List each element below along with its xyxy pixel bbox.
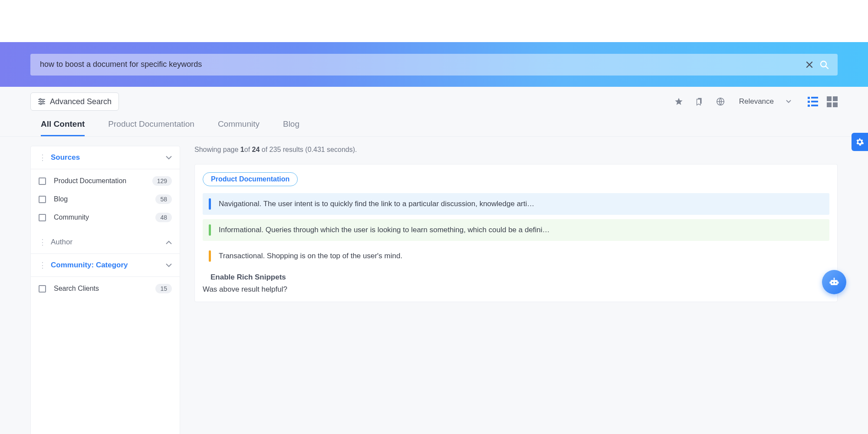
sort-label: Relevance xyxy=(739,97,774,106)
grid-view-icon[interactable] xyxy=(827,96,838,107)
accent-bar xyxy=(209,224,211,236)
facet-title: Author xyxy=(51,238,166,247)
svg-line-1 xyxy=(826,66,829,69)
globe-icon[interactable] xyxy=(713,94,728,109)
search-input[interactable] xyxy=(40,60,802,69)
settings-float-button[interactable] xyxy=(852,133,868,151)
checkbox[interactable] xyxy=(39,214,46,221)
checkbox[interactable] xyxy=(39,196,46,203)
facet-item-label: Search Clients xyxy=(54,285,155,293)
svg-rect-15 xyxy=(838,282,838,284)
enable-rich-snippets-link[interactable]: Enable Rich Snippets xyxy=(210,273,829,282)
search-band xyxy=(0,42,868,87)
snippet-text: Informational. Queries through which the… xyxy=(219,226,550,234)
facet-item[interactable]: Product Documentation 129 xyxy=(31,172,180,190)
results-summary: Showing page 1of 24 of 235 results (0.43… xyxy=(194,146,838,154)
results-area: Showing page 1of 24 of 235 results (0.43… xyxy=(194,146,838,434)
svg-point-3 xyxy=(39,99,41,100)
facet-author[interactable]: ⋮ Author xyxy=(31,231,180,254)
search-box xyxy=(30,54,838,76)
drag-icon: ⋮ xyxy=(39,263,46,267)
svg-point-7 xyxy=(40,103,42,105)
tab-product-docs[interactable]: Product Documentation xyxy=(108,119,194,136)
tab-community[interactable]: Community xyxy=(218,119,260,136)
svg-rect-9 xyxy=(831,280,838,285)
facet-community-category[interactable]: ⋮ Community: Category xyxy=(31,254,180,277)
drag-icon: ⋮ xyxy=(39,240,46,244)
content-tabs: All Content Product Documentation Commun… xyxy=(30,119,838,136)
tab-all-content[interactable]: All Content xyxy=(41,119,85,136)
snippet-text: Navigational. The user intent is to quic… xyxy=(219,200,534,208)
chevron-down-icon xyxy=(166,263,172,267)
source-chip[interactable]: Product Documentation xyxy=(203,172,298,186)
facet-item-label: Blog xyxy=(54,195,155,203)
snippet-navigational[interactable]: Navigational. The user intent is to quic… xyxy=(203,193,829,215)
tab-blog[interactable]: Blog xyxy=(283,119,299,136)
svg-point-11 xyxy=(835,282,837,283)
advanced-search-button[interactable]: Advanced Search xyxy=(30,92,119,111)
facet-item-count: 15 xyxy=(155,284,172,293)
snippet-text: Transactional. Shopping is on the top of… xyxy=(219,252,402,260)
gear-icon xyxy=(855,137,865,147)
helpful-prompt: Was above result helpful? xyxy=(203,285,829,294)
facet-item-label: Community xyxy=(54,214,155,221)
accent-bar xyxy=(209,250,211,262)
svg-rect-14 xyxy=(830,282,831,284)
sort-dropdown[interactable]: Relevance xyxy=(739,97,791,106)
facet-title: Sources xyxy=(51,153,166,162)
star-icon[interactable] xyxy=(671,94,686,109)
facet-item-label: Product Documentation xyxy=(54,177,152,185)
sliders-icon xyxy=(38,98,46,105)
facet-item[interactable]: Search Clients 15 xyxy=(31,279,180,298)
advanced-search-label: Advanced Search xyxy=(50,97,112,106)
chatbot-button[interactable] xyxy=(822,270,846,294)
svg-point-5 xyxy=(42,101,44,102)
svg-point-13 xyxy=(834,278,835,279)
snippet-transactional[interactable]: Transactional. Shopping is on the top of… xyxy=(203,245,829,267)
facet-sources[interactable]: ⋮ Sources xyxy=(31,146,180,169)
facet-item-count: 129 xyxy=(152,176,172,186)
facet-item[interactable]: Community 48 xyxy=(31,208,180,227)
bookmarks-icon[interactable] xyxy=(692,94,707,109)
drag-icon: ⋮ xyxy=(39,155,46,160)
facet-sidebar: ⋮ Sources Product Documentation 129 Blog… xyxy=(30,146,180,434)
facet-item-count: 48 xyxy=(155,213,172,222)
chevron-down-icon xyxy=(786,100,791,103)
list-view-icon[interactable] xyxy=(808,97,818,107)
svg-point-10 xyxy=(832,282,834,283)
checkbox[interactable] xyxy=(39,178,46,185)
search-icon[interactable] xyxy=(817,57,832,72)
toolbar: Advanced Search Relevance All Content Pr… xyxy=(0,87,868,137)
checkbox[interactable] xyxy=(39,285,46,293)
clear-icon[interactable] xyxy=(802,57,817,72)
snippet-informational[interactable]: Informational. Queries through which the… xyxy=(203,219,829,241)
result-card: Product Documentation Navigational. The … xyxy=(194,164,838,302)
facet-title: Community: Category xyxy=(51,261,166,270)
facet-item-count: 58 xyxy=(155,194,172,204)
accent-bar xyxy=(209,198,211,210)
chevron-up-icon xyxy=(166,240,172,244)
facet-item[interactable]: Blog 58 xyxy=(31,190,180,208)
robot-icon xyxy=(828,276,840,288)
chevron-down-icon xyxy=(166,156,172,160)
